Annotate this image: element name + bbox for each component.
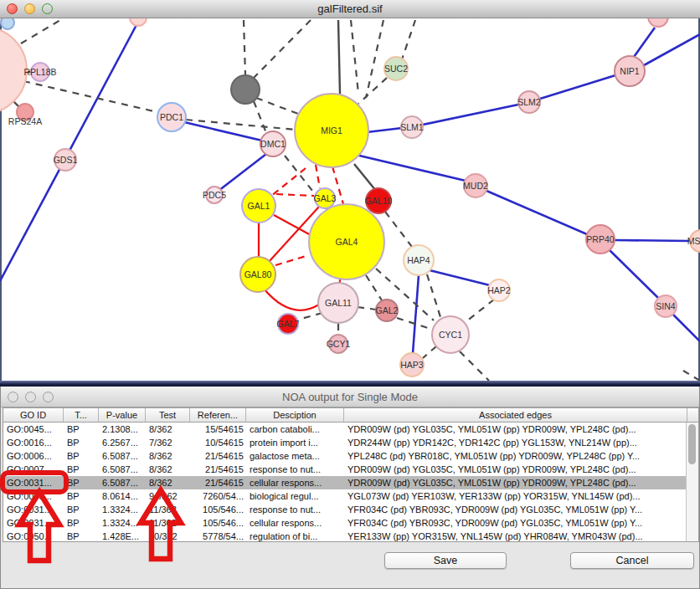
graph-node-topright-pink[interactable] (648, 18, 668, 27)
table-row[interactable]: GO:0050...BP1.428E...80/3625778/54...reg… (3, 530, 698, 543)
graph-edge (298, 313, 322, 320)
graph-node-label: NIP1 (620, 66, 640, 76)
column-header[interactable]: Desciption (246, 408, 344, 422)
table-row[interactable]: GO:0031...BP1.3324...11/362105/546...res… (3, 503, 698, 516)
column-header[interactable]: T... (64, 408, 99, 422)
graph-edge (275, 255, 309, 265)
table-cell: BP (64, 516, 99, 530)
table-cell: GO:0031... (3, 503, 64, 516)
table-cell: 21/54615 (190, 463, 246, 476)
table-cell: 8/362 (146, 423, 190, 436)
graph-edge (21, 20, 60, 44)
table-row[interactable]: GO:0016...BP6.2567...7/36210/54615protei… (3, 436, 698, 449)
table-cell: carbon cataboli... (246, 423, 344, 436)
graph-edge (270, 168, 306, 197)
table-cell: 8/362 (146, 463, 190, 476)
column-header[interactable]: Associated edges (344, 408, 687, 422)
column-header[interactable]: P-value (99, 408, 146, 422)
network-canvas[interactable]: RPL18BRPS24AGDS1PDC1DMC1SUC2SLM1SLM2NIP1… (0, 18, 700, 382)
table-cell: YER133W (pp) YOR315W, YNL145W (pd) YHR08… (344, 530, 687, 543)
table-cell: GO:0016... (3, 436, 64, 449)
graph-edge (244, 20, 245, 75)
table-cell: 8.0614... (99, 489, 146, 503)
graph-edge (23, 81, 157, 112)
graph-node-label: GAL1 (248, 201, 270, 211)
table-cell: 7260/54... (190, 489, 246, 503)
graph-node-label: SUC2 (384, 64, 408, 74)
table-cell: 105/546... (190, 503, 246, 516)
scrollbar-thumb[interactable] (688, 424, 696, 464)
graph-node-label: GAL3 (314, 193, 337, 203)
table-cell: response to nut... (246, 463, 344, 476)
column-header[interactable]: Test (146, 408, 190, 422)
table-cell: YGL073W (pd) YER103W, YER133W (pp) YOR31… (344, 489, 687, 503)
graph-edge (358, 307, 376, 310)
graph-edge (338, 20, 340, 94)
column-header[interactable]: Referen... (190, 408, 246, 422)
table-cell: BP (64, 423, 99, 436)
graph-node-top-pink[interactable] (130, 18, 147, 26)
noa-window-title: NOA output for Single Mode (1, 391, 699, 403)
table-row[interactable]: GO:0045...BP2.1308...8/36215/54615carbon… (3, 423, 698, 436)
network-window-titlebar[interactable]: galFiltered.sif (0, 0, 700, 18)
network-graph[interactable]: RPL18BRPS24AGDS1PDC1DMC1SUC2SLM1SLM2NIP1… (0, 18, 700, 382)
graph-edge (610, 250, 658, 298)
table-cell: YDR009W (pd) YGL035C, YML051W (pp) YDR00… (344, 476, 687, 489)
network-window: galFiltered.sif RPL18BRPS24AGDS1PDC1DMC1… (0, 0, 700, 382)
table-cell: 94/362 (146, 489, 190, 503)
column-header[interactable]: GO ID (3, 408, 64, 422)
graph-edge (366, 20, 383, 98)
table-cell: BP (64, 436, 99, 449)
table-row[interactable]: GO:0065...BP8.0614...94/3627260/54...bio… (3, 489, 698, 503)
graph-node-label: DMC1 (260, 139, 286, 149)
table-cell: YPL248C (pd) YBR018C, YML051W (pp) YDR00… (344, 449, 687, 463)
cancel-button[interactable]: Cancel (570, 552, 694, 569)
table-cell: BP (64, 503, 99, 516)
table-cell: galactose meta... (246, 449, 344, 463)
graph-edge (683, 371, 700, 381)
table-cell: YDR244W (pp) YDR142C, YDR142C (pp) YGL15… (344, 436, 687, 449)
graph-node-label: CYC1 (439, 330, 462, 340)
table-cell: protein import i... (246, 436, 344, 449)
graph-node-label: RPL18B (23, 67, 56, 77)
table-cell: BP (64, 530, 99, 543)
table-cell: response to nut... (246, 503, 344, 516)
table-row[interactable]: GO:0006...BP6.5087...8/36221/54615galact… (3, 449, 698, 463)
table-cell: 7/362 (146, 436, 190, 449)
table-row[interactable]: GO:0007...BP6.5087...8/36221/54615respon… (3, 463, 698, 476)
graph-node-label: PDC1 (160, 112, 183, 122)
graph-edge (540, 75, 615, 99)
table-row[interactable]: GO:0031...BP6.5087...8/36221/54615cellul… (3, 476, 698, 489)
graph-node-big-left[interactable] (0, 27, 27, 114)
graph-edge (276, 194, 314, 196)
graph-edge (356, 155, 466, 181)
table-cell: BP (64, 489, 99, 503)
noa-window-titlebar[interactable]: NOA output for Single Mode (1, 387, 699, 407)
table-cell: 6.2567... (99, 436, 146, 449)
graph-edge (486, 191, 587, 234)
graph-node-label: GAL7 (277, 319, 300, 329)
graph-edge (423, 346, 436, 358)
graph-edge (385, 212, 412, 247)
table-row[interactable]: GO:0031...BP1.3324...11/362105/546...cel… (3, 516, 698, 530)
save-button[interactable]: Save (384, 552, 507, 569)
graph-node-gray-node[interactable] (231, 75, 260, 104)
vertical-scrollbar[interactable] (686, 423, 698, 541)
graph-node-label: GDS1 (54, 155, 78, 165)
noa-output-window: NOA output for Single Mode GO IDT...P-va… (0, 387, 700, 589)
graph-edge (367, 128, 402, 132)
graph-node-label: HAP3 (400, 360, 424, 370)
table-cell: 2.1308... (99, 423, 146, 436)
table-body: GO:0045...BP2.1308...8/36215/54615carbon… (3, 423, 698, 543)
table-header: GO IDT...P-valueTestReferen...Desciption… (3, 408, 698, 423)
graph-edge (413, 275, 419, 353)
table-cell: GO:0045... (3, 423, 64, 436)
table-cell: 1.428E... (99, 530, 146, 543)
table-cell: 11/362 (146, 503, 190, 516)
table-cell: YDR009W (pd) YGL035C, YML051W (pp) YDR00… (344, 463, 687, 476)
graph-node-label: HAP4 (407, 255, 430, 265)
graph-node-label: SLM1 (400, 122, 424, 132)
graph-edge (401, 20, 415, 62)
graph-node-label: GAL2 (376, 305, 399, 315)
graph-node-corner-blue[interactable] (1, 18, 14, 29)
